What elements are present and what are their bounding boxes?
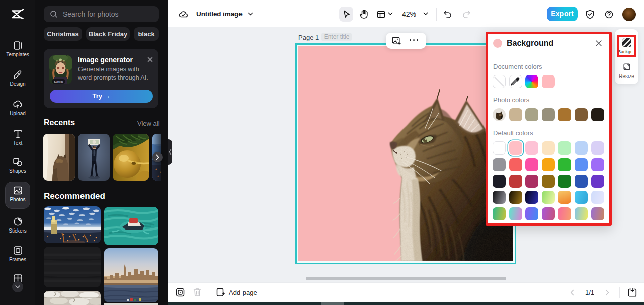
svg-text:Surreal: Surreal <box>54 80 63 83</box>
